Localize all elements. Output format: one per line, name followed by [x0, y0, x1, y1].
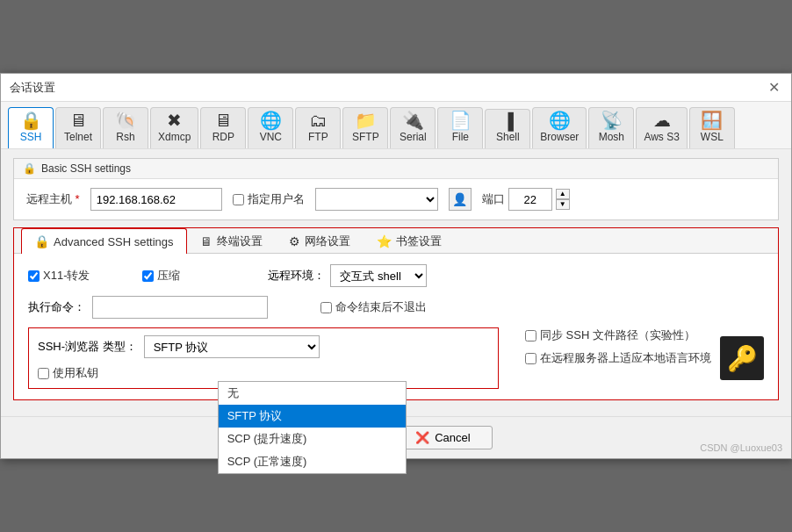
x11-checkbox[interactable] [28, 270, 40, 282]
proto-tab-wsl[interactable]: 🪟 WSL [689, 107, 735, 148]
proto-tab-browser[interactable]: 🌐 Browser [532, 107, 587, 148]
close-button[interactable]: ✕ [765, 79, 782, 97]
no-exit-checkbox[interactable] [320, 302, 332, 313]
remote-env-select[interactable]: 交互式 shell 无 自定义 [330, 264, 427, 287]
port-up-button[interactable]: ▲ [556, 189, 570, 199]
dialog-title: 会话设置 [10, 80, 55, 96]
proto-label-ssh: SSH [20, 131, 42, 143]
user-icon-button[interactable]: 👤 [449, 188, 472, 211]
adv-row-2: 执行命令： 命令结束后不退出 [28, 296, 764, 319]
compress-label[interactable]: 压缩 [142, 268, 180, 284]
user-select[interactable] [315, 188, 438, 211]
session-dialog: 会话设置 ✕ 🔒 SSH 🖥 Telnet 🐚 Rsh ✖ Xdmcp 🖥 RD… [0, 73, 792, 459]
sync-path-row: 同步 SSH 文件路径（实验性） [525, 327, 711, 343]
cancel-label: Cancel [435, 431, 470, 444]
sync-path-checkbox[interactable] [525, 330, 536, 341]
network-tab-icon: ⚙ [289, 234, 300, 248]
exec-cmd-input[interactable] [92, 296, 268, 319]
proto-tab-awss3[interactable]: ☁ Aws S3 [636, 107, 687, 148]
drop-none[interactable]: 无 [219, 382, 406, 405]
port-spinner: ▲ ▼ [556, 189, 570, 210]
compress-checkbox[interactable] [142, 270, 154, 282]
browser-type-select-wrapper: 无 SFTP 协议 SCP (提升速度) SCP (正常速度) 无 SFTP 协… [144, 335, 320, 358]
xdmcp-icon: ✖ [167, 111, 182, 129]
browser-type-row: SSH-浏览器 类型： 无 SFTP 协议 SCP (提升速度) SCP (正常… [38, 335, 489, 358]
adv-row-3: SSH-浏览器 类型： 无 SFTP 协议 SCP (提升速度) SCP (正常… [28, 327, 764, 389]
privkey-label[interactable]: 使用私钥 [38, 365, 489, 381]
advanced-ssh-panel: 🔒 Advanced SSH settings 🖥 终端设置 ⚙ 网络设置 ⭐ … [13, 227, 779, 400]
sftp-icon: 📁 [355, 111, 377, 129]
awss3-icon: ☁ [653, 111, 671, 129]
privkey-checkbox[interactable] [38, 368, 49, 379]
proto-label-wsl: WSL [701, 131, 724, 143]
main-content: 🔒 Basic SSH settings 远程主机 * 指定用户名 👤 端口 [1, 149, 791, 416]
basic-ssh-title: Basic SSH settings [41, 162, 131, 175]
proto-tab-rdp[interactable]: 🖥 RDP [200, 107, 246, 148]
proto-tab-telnet[interactable]: 🖥 Telnet [55, 107, 101, 148]
specify-user-checkbox[interactable] [233, 194, 244, 205]
browser-type-label: SSH-浏览器 类型： [38, 339, 137, 355]
proto-tab-mosh[interactable]: 📡 Mosh [588, 107, 634, 148]
specify-user-checkbox-label[interactable]: 指定用户名 [233, 191, 305, 207]
drop-scp-normal[interactable]: SCP (正常速度) [219, 450, 406, 473]
proto-tab-rsh[interactable]: 🐚 Rsh [103, 107, 148, 148]
basic-lock-icon: 🔒 [23, 162, 36, 175]
proto-tab-serial[interactable]: 🔌 Serial [390, 107, 436, 148]
privkey-row: 使用私钥 [38, 365, 489, 381]
proto-tab-sftp[interactable]: 📁 SFTP [342, 107, 388, 148]
host-label: 远程主机 * [26, 191, 80, 207]
ftp-icon: 🗂 [309, 111, 327, 129]
shell-icon: ▐ [502, 113, 514, 129]
terminal-tab-icon: 🖥 [200, 234, 212, 248]
right-checks: 同步 SSH 文件路径（实验性） 在远程服务器上适应本地语言环境 [525, 327, 711, 373]
proto-tab-ftp[interactable]: 🗂 FTP [295, 107, 341, 148]
proto-label-shell: Shell [496, 131, 520, 143]
local-lang-checkbox[interactable] [525, 353, 536, 364]
drop-sftp[interactable]: SFTP 协议 [219, 405, 406, 428]
adv-row-1: X11-转发 压缩 远程环境： 交互式 shell 无 自定义 [28, 264, 764, 287]
x11-label[interactable]: X11-转发 [28, 268, 90, 284]
proto-label-xdmcp: Xdmcp [158, 131, 191, 143]
proto-tab-vnc[interactable]: 🌐 VNC [248, 107, 293, 148]
proto-label-vnc: VNC [260, 131, 282, 143]
drop-scp-fast[interactable]: SCP (提升速度) [219, 428, 406, 450]
telnet-icon: 🖥 [69, 111, 87, 129]
proto-label-rdp: RDP [212, 131, 234, 143]
browser-dropdown: 无 SFTP 协议 SCP (提升速度) SCP (正常速度) [218, 381, 407, 474]
proto-label-sftp: SFTP [352, 131, 379, 143]
proto-label-telnet: Telnet [64, 131, 92, 143]
protocol-bar: 🔒 SSH 🖥 Telnet 🐚 Rsh ✖ Xdmcp 🖥 RDP 🌐 VNC… [1, 102, 791, 149]
proto-tab-file[interactable]: 📄 File [437, 107, 483, 148]
tab-advanced-ssh[interactable]: 🔒 Advanced SSH settings [21, 228, 187, 254]
mosh-icon: 📡 [601, 111, 623, 129]
key-icon-box: 🔑 [720, 336, 764, 380]
cancel-button[interactable]: ❌ Cancel [393, 426, 492, 449]
watermark: CSDN @Luoxue03 [700, 442, 782, 453]
local-lang-row: 在远程服务器上适应本地语言环境 [525, 350, 711, 366]
port-down-button[interactable]: ▼ [556, 199, 570, 210]
proto-label-rsh: Rsh [116, 131, 134, 143]
proto-label-awss3: Aws S3 [644, 131, 679, 143]
proto-label-browser: Browser [540, 131, 579, 143]
port-field: 端口 ▲ ▼ [482, 188, 570, 211]
proto-label-ftp: FTP [308, 131, 328, 143]
tab-bookmark[interactable]: ⭐ 书签设置 [364, 228, 455, 254]
port-input[interactable] [508, 188, 552, 211]
advanced-tab-icon: 🔒 [34, 234, 49, 248]
proto-tab-xdmcp[interactable]: ✖ Xdmcp [150, 107, 198, 148]
rsh-icon: 🐚 [115, 111, 137, 129]
proto-tab-ssh[interactable]: 🔒 SSH [8, 107, 54, 148]
no-exit-label[interactable]: 命令结束后不退出 [320, 299, 427, 315]
browser-icon: 🌐 [549, 111, 571, 129]
bookmark-tab-icon: ⭐ [377, 234, 392, 248]
host-input[interactable] [90, 188, 222, 211]
file-icon: 📄 [450, 111, 472, 129]
browser-type-select[interactable]: 无 SFTP 协议 SCP (提升速度) SCP (正常速度) [144, 335, 320, 358]
title-bar: 会话设置 ✕ [1, 74, 791, 102]
key-icon: 🔑 [727, 344, 758, 373]
tab-network[interactable]: ⚙ 网络设置 [276, 228, 364, 254]
proto-tab-shell[interactable]: ▐ Shell [485, 109, 530, 148]
advanced-tabs: 🔒 Advanced SSH settings 🖥 终端设置 ⚙ 网络设置 ⭐ … [14, 228, 778, 254]
tab-terminal[interactable]: 🖥 终端设置 [187, 228, 276, 254]
basic-ssh-content: 远程主机 * 指定用户名 👤 端口 ▲ ▼ [14, 179, 778, 219]
